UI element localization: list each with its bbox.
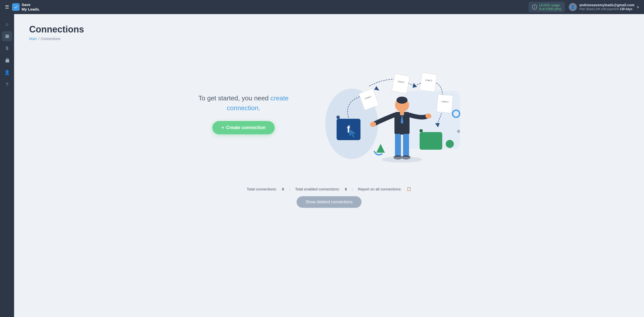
sidebar-item-integrations[interactable] bbox=[2, 55, 12, 65]
sidebar-item-home[interactable]: ⌂ bbox=[2, 19, 12, 29]
illustration-svg: f Lead 1 Lead 2 Lead 3 bbox=[319, 61, 470, 167]
total-enabled-value: 0 bbox=[345, 187, 347, 191]
logo-text: Save My Leads. bbox=[22, 3, 40, 12]
svg-marker-8 bbox=[413, 83, 417, 88]
svg-rect-17 bbox=[420, 132, 442, 150]
total-connections-value: 0 bbox=[282, 187, 284, 191]
user-email: andrewsavemyleads@gmail.com bbox=[579, 3, 634, 7]
svg-marker-5 bbox=[374, 86, 379, 91]
sidebar-item-connections[interactable]: ⊞ bbox=[2, 31, 12, 41]
sidebar: ⌂ ⊞ $ 👤 ? bbox=[0, 14, 14, 317]
svg-rect-14 bbox=[436, 94, 453, 113]
main-content: Connections Main / Connections To get st… bbox=[14, 14, 644, 317]
sidebar-item-help[interactable]: ? bbox=[2, 80, 12, 90]
breadcrumb-separator: / bbox=[38, 37, 39, 41]
checkmark-icon bbox=[14, 5, 18, 9]
stats-row: Total connections: 0 | Total enabled con… bbox=[29, 187, 629, 191]
report-label: Report on all connections: bbox=[358, 187, 401, 191]
breadcrumb-main-link[interactable]: Main bbox=[29, 37, 37, 41]
svg-point-31 bbox=[446, 140, 454, 148]
svg-point-29 bbox=[382, 156, 422, 163]
user-info: andrewsavemyleads@gmail.com Plan |Basic|… bbox=[579, 3, 634, 11]
leads-usage-text: LEADS usage: 9 of 5'000 (0%) bbox=[539, 3, 561, 11]
sidebar-item-account[interactable]: 👤 bbox=[2, 67, 12, 77]
svg-rect-25 bbox=[395, 134, 401, 158]
plus-icon: + bbox=[221, 125, 224, 130]
hero-heading: To get started, you need create connecti… bbox=[188, 93, 299, 113]
total-enabled-label: Total enabled connections: bbox=[295, 187, 340, 191]
hero-section: To get started, you need create connecti… bbox=[29, 51, 629, 177]
svg-point-19 bbox=[396, 97, 408, 104]
hero-illustration: f Lead 1 Lead 2 Lead 3 bbox=[319, 61, 470, 167]
hero-text: To get started, you need create connecti… bbox=[188, 93, 299, 134]
svg-point-33 bbox=[457, 130, 460, 133]
navbar: ☰ Save My Leads. i LEADS usage: 9 of 5'0… bbox=[0, 0, 644, 14]
leads-usage-badge: i LEADS usage: 9 of 5'000 (0%) bbox=[529, 2, 565, 12]
user-plan: Plan |Basic| left until payment 139 days bbox=[579, 7, 634, 11]
total-connections-label: Total connections: bbox=[247, 187, 277, 191]
show-deleted-connections-button[interactable]: Show deleted connections bbox=[297, 196, 362, 208]
breadcrumb: Main / Connections bbox=[29, 37, 629, 41]
svg-rect-11 bbox=[420, 72, 437, 92]
page-title: Connections bbox=[29, 24, 629, 35]
user-section: 👤 andrewsavemyleads@gmail.com Plan |Basi… bbox=[569, 3, 639, 11]
svg-rect-9 bbox=[392, 73, 410, 93]
svg-rect-2 bbox=[337, 116, 340, 119]
menu-icon[interactable]: ☰ bbox=[5, 4, 9, 10]
report-icon[interactable]: 📋 bbox=[407, 187, 411, 191]
breadcrumb-current: Connections bbox=[41, 37, 60, 41]
svg-marker-32 bbox=[376, 144, 385, 153]
chevron-down-icon[interactable]: ▾ bbox=[637, 5, 639, 10]
footer-stats: Total connections: 0 | Total enabled con… bbox=[29, 182, 629, 213]
avatar: 👤 bbox=[569, 3, 577, 11]
logo: Save My Leads. bbox=[12, 3, 40, 12]
sidebar-item-billing[interactable]: $ bbox=[2, 43, 12, 53]
svg-rect-26 bbox=[403, 134, 409, 158]
info-icon: i bbox=[532, 5, 537, 10]
logo-icon bbox=[12, 3, 20, 11]
svg-rect-16 bbox=[420, 129, 423, 132]
create-connection-button[interactable]: + Create connection bbox=[212, 121, 275, 134]
